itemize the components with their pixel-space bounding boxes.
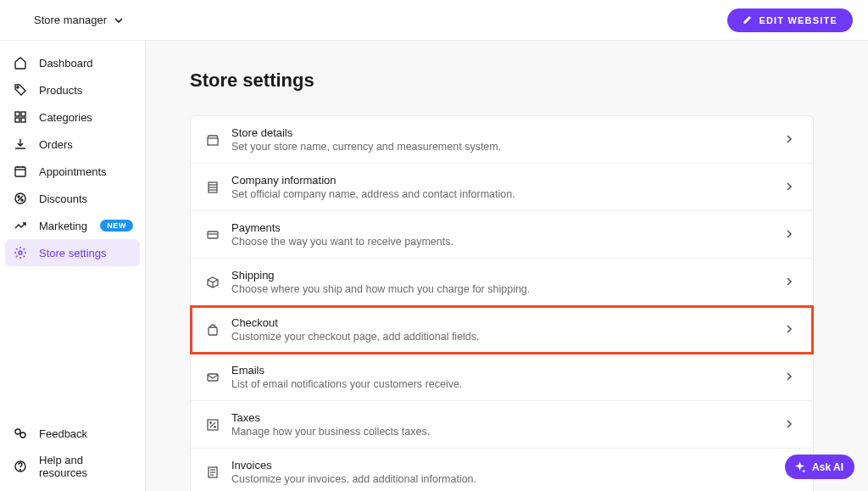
brand-dropdown[interactable]: Store manager bbox=[15, 14, 124, 26]
brand-label: Store manager bbox=[34, 14, 107, 26]
page-title: Store settings bbox=[190, 70, 814, 92]
edit-website-label: EDIT WEBSITE bbox=[759, 15, 837, 25]
sidebar-item-feedback[interactable]: Feedback bbox=[0, 420, 145, 447]
svg-point-13 bbox=[19, 251, 22, 254]
setting-row-payments[interactable]: Payments Choose the way you want to rece… bbox=[191, 211, 813, 259]
trend-icon bbox=[14, 219, 27, 232]
sparkle-icon bbox=[793, 460, 806, 473]
chevron-right-icon bbox=[784, 229, 796, 241]
row-text: Emails List of email notifications your … bbox=[231, 364, 772, 390]
topbar: Store manager EDIT WEBSITE bbox=[0, 0, 868, 41]
svg-point-30 bbox=[214, 426, 216, 427]
row-title: Company information bbox=[231, 174, 772, 187]
ask-ai-label: Ask AI bbox=[812, 461, 843, 473]
help-icon bbox=[14, 460, 27, 473]
card-icon bbox=[206, 228, 220, 242]
svg-rect-26 bbox=[208, 374, 218, 381]
mail-icon bbox=[206, 371, 220, 384]
row-text: Taxes Manage how your business collects … bbox=[231, 411, 772, 438]
setting-row-store-details[interactable]: Store details Set your store name, curre… bbox=[191, 116, 813, 164]
box-icon bbox=[206, 276, 220, 289]
pencil-icon bbox=[743, 15, 752, 25]
row-desc: Set your store name, currency and measur… bbox=[231, 141, 772, 153]
svg-point-0 bbox=[17, 86, 19, 88]
chevron-right-icon bbox=[784, 276, 796, 288]
svg-rect-3 bbox=[15, 118, 19, 122]
building-icon bbox=[206, 181, 220, 194]
sidebar-item-appointments[interactable]: Appointments bbox=[0, 158, 145, 185]
setting-row-shipping[interactable]: Shipping Choose where you ship and how m… bbox=[191, 259, 813, 306]
row-desc: Customize your invoices, add additional … bbox=[231, 473, 772, 485]
setting-row-taxes[interactable]: Taxes Manage how your business collects … bbox=[191, 401, 813, 449]
row-desc: Choose the way you want to receive payme… bbox=[231, 236, 772, 248]
tag-icon bbox=[14, 83, 27, 97]
chevron-right-icon bbox=[784, 181, 796, 193]
svg-rect-1 bbox=[15, 112, 19, 116]
row-title: Payments bbox=[231, 221, 772, 234]
svg-rect-2 bbox=[21, 112, 25, 116]
document-icon bbox=[206, 466, 220, 479]
sidebar: Dashboard Products Categories Orders bbox=[0, 41, 146, 491]
svg-line-12 bbox=[18, 196, 23, 201]
row-text: Payments Choose the way you want to rece… bbox=[231, 221, 772, 248]
row-title: Emails bbox=[231, 364, 772, 377]
sidebar-item-dashboard[interactable]: Dashboard bbox=[0, 49, 145, 76]
sidebar-item-label: Products bbox=[39, 84, 133, 97]
feedback-icon bbox=[14, 427, 27, 440]
svg-rect-25 bbox=[209, 327, 217, 335]
row-title: Checkout bbox=[231, 316, 772, 329]
svg-point-29 bbox=[210, 421, 212, 423]
svg-rect-23 bbox=[208, 232, 218, 238]
sidebar-item-label: Marketing bbox=[39, 220, 88, 232]
bag-icon bbox=[206, 323, 220, 337]
svg-point-11 bbox=[21, 199, 23, 201]
sidebar-item-label: Appointments bbox=[39, 165, 133, 178]
sidebar-item-discounts[interactable]: Discounts bbox=[0, 185, 145, 212]
new-badge: NEW bbox=[100, 220, 133, 232]
sidebar-item-label: Discounts bbox=[39, 192, 133, 205]
row-desc: Set official company name, address and c… bbox=[231, 188, 772, 200]
sidebar-item-products[interactable]: Products bbox=[0, 76, 145, 103]
download-icon bbox=[14, 137, 27, 151]
store-icon bbox=[206, 133, 220, 147]
row-text: Shipping Choose where you ship and how m… bbox=[231, 269, 772, 295]
setting-row-emails[interactable]: Emails List of email notifications your … bbox=[191, 354, 813, 401]
chevron-right-icon bbox=[784, 324, 796, 336]
row-text: Invoices Customize your invoices, add ad… bbox=[231, 459, 772, 485]
svg-point-17 bbox=[20, 470, 21, 471]
row-desc: Choose where you ship and how much you c… bbox=[231, 283, 772, 295]
sidebar-bottom: Feedback Help and resources bbox=[0, 420, 145, 491]
chevron-down-icon bbox=[114, 15, 124, 25]
sidebar-item-label: Dashboard bbox=[39, 57, 133, 70]
grid-icon bbox=[14, 110, 27, 124]
row-text: Store details Set your store name, curre… bbox=[231, 126, 772, 153]
edit-website-button[interactable]: EDIT WEBSITE bbox=[727, 8, 853, 32]
settings-card: Store details Set your store name, curre… bbox=[190, 115, 814, 491]
row-title: Shipping bbox=[231, 269, 772, 282]
sidebar-item-label: Categories bbox=[39, 111, 133, 124]
setting-row-invoices[interactable]: Invoices Customize your invoices, add ad… bbox=[191, 449, 813, 491]
chevron-right-icon bbox=[784, 134, 796, 146]
sidebar-item-categories[interactable]: Categories bbox=[0, 103, 145, 131]
sidebar-item-marketing[interactable]: Marketing NEW bbox=[0, 212, 145, 239]
row-text: Checkout Customize your checkout page, a… bbox=[231, 316, 772, 343]
sidebar-item-label: Orders bbox=[39, 138, 133, 151]
sidebar-item-store-settings[interactable]: Store settings bbox=[5, 239, 140, 266]
svg-point-15 bbox=[20, 432, 25, 438]
sidebar-item-label: Help and resources bbox=[39, 454, 133, 479]
svg-rect-5 bbox=[15, 167, 25, 176]
sidebar-item-help[interactable]: Help and resources bbox=[0, 447, 145, 486]
ask-ai-button[interactable]: Ask AI bbox=[785, 455, 854, 479]
svg-rect-4 bbox=[21, 118, 25, 122]
setting-row-checkout[interactable]: Checkout Customize your checkout page, a… bbox=[191, 306, 813, 354]
row-title: Store details bbox=[231, 126, 772, 139]
setting-row-company-info[interactable]: Company information Set official company… bbox=[191, 164, 813, 211]
row-title: Invoices bbox=[231, 459, 772, 471]
sidebar-item-orders[interactable]: Orders bbox=[0, 131, 145, 158]
row-desc: List of email notifications your custome… bbox=[231, 378, 772, 390]
content: Store settings Store details Set your st… bbox=[146, 41, 868, 491]
row-desc: Customize your checkout page, add additi… bbox=[231, 331, 772, 343]
sidebar-item-label: Feedback bbox=[39, 427, 133, 440]
layout: Dashboard Products Categories Orders bbox=[0, 41, 868, 491]
row-text: Company information Set official company… bbox=[231, 174, 772, 200]
